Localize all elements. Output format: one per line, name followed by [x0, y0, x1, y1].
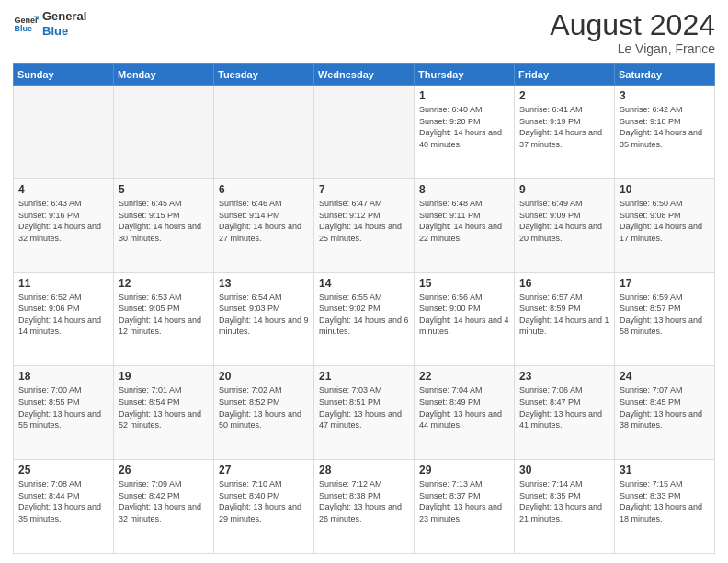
day-number: 5	[119, 183, 209, 196]
col-monday: Monday	[114, 64, 214, 86]
day-number: 13	[219, 277, 309, 290]
day-number: 2	[519, 89, 609, 102]
day-number: 25	[18, 464, 108, 477]
day-number: 21	[319, 370, 409, 383]
day-number: 28	[319, 464, 409, 477]
logo-icon: General Blue	[13, 11, 39, 37]
day-detail: Sunrise: 6:50 AMSunset: 9:08 PMDaylight:…	[620, 198, 710, 244]
day-detail: Sunrise: 6:57 AMSunset: 8:59 PMDaylight:…	[519, 292, 609, 338]
calendar-day: 9Sunrise: 6:49 AMSunset: 9:09 PMDaylight…	[515, 178, 615, 272]
day-detail: Sunrise: 6:43 AMSunset: 9:16 PMDaylight:…	[18, 198, 108, 244]
day-detail: Sunrise: 6:42 AMSunset: 9:18 PMDaylight:…	[620, 104, 710, 150]
day-number: 7	[319, 183, 409, 196]
calendar-day: 27Sunrise: 7:10 AMSunset: 8:40 PMDayligh…	[214, 460, 314, 554]
col-friday: Friday	[515, 64, 615, 86]
title-block: August 2024 Le Vigan, France	[550, 9, 715, 56]
day-number: 19	[119, 370, 209, 383]
calendar-day: 3Sunrise: 6:42 AMSunset: 9:18 PMDaylight…	[615, 86, 715, 179]
calendar-day: 6Sunrise: 6:46 AMSunset: 9:14 PMDaylight…	[214, 178, 314, 272]
col-wednesday: Wednesday	[314, 64, 415, 86]
day-number: 29	[419, 464, 509, 477]
calendar-day	[14, 86, 114, 179]
day-detail: Sunrise: 7:12 AMSunset: 8:38 PMDaylight:…	[319, 478, 409, 524]
day-detail: Sunrise: 7:08 AMSunset: 8:44 PMDaylight:…	[18, 478, 108, 524]
day-detail: Sunrise: 7:09 AMSunset: 8:42 PMDaylight:…	[119, 478, 209, 524]
day-number: 11	[18, 277, 108, 290]
day-number: 27	[219, 464, 309, 477]
calendar-day: 11Sunrise: 6:52 AMSunset: 9:06 PMDayligh…	[14, 272, 114, 366]
calendar-day	[214, 86, 314, 179]
calendar-week-0: 1Sunrise: 6:40 AMSunset: 9:20 PMDaylight…	[14, 86, 715, 179]
calendar-day: 14Sunrise: 6:55 AMSunset: 9:02 PMDayligh…	[314, 272, 415, 366]
day-number: 31	[620, 464, 710, 477]
calendar-day: 10Sunrise: 6:50 AMSunset: 9:08 PMDayligh…	[615, 178, 715, 272]
day-number: 8	[419, 183, 509, 196]
day-number: 3	[620, 89, 710, 102]
day-detail: Sunrise: 6:55 AMSunset: 9:02 PMDaylight:…	[319, 292, 409, 338]
day-detail: Sunrise: 7:13 AMSunset: 8:37 PMDaylight:…	[419, 478, 509, 524]
calendar-week-4: 25Sunrise: 7:08 AMSunset: 8:44 PMDayligh…	[14, 460, 715, 554]
calendar-day: 24Sunrise: 7:07 AMSunset: 8:45 PMDayligh…	[615, 366, 715, 460]
day-number: 20	[219, 370, 309, 383]
calendar-day: 4Sunrise: 6:43 AMSunset: 9:16 PMDaylight…	[14, 178, 114, 272]
page-subtitle: Le Vigan, France	[550, 41, 715, 56]
calendar-table: Sunday Monday Tuesday Wednesday Thursday…	[13, 63, 715, 554]
calendar-day: 31Sunrise: 7:15 AMSunset: 8:33 PMDayligh…	[615, 460, 715, 554]
day-detail: Sunrise: 6:56 AMSunset: 9:00 PMDaylight:…	[419, 292, 509, 338]
calendar-day: 30Sunrise: 7:14 AMSunset: 8:35 PMDayligh…	[515, 460, 615, 554]
calendar-day: 22Sunrise: 7:04 AMSunset: 8:49 PMDayligh…	[415, 366, 515, 460]
day-number: 18	[18, 370, 108, 383]
calendar-week-1: 4Sunrise: 6:43 AMSunset: 9:16 PMDaylight…	[14, 178, 715, 272]
day-detail: Sunrise: 7:01 AMSunset: 8:54 PMDaylight:…	[119, 385, 209, 431]
day-number: 15	[419, 277, 509, 290]
logo-general: General	[42, 9, 86, 24]
day-number: 14	[319, 277, 409, 290]
calendar-day: 29Sunrise: 7:13 AMSunset: 8:37 PMDayligh…	[415, 460, 515, 554]
day-number: 1	[419, 89, 509, 102]
day-number: 22	[419, 370, 509, 383]
day-detail: Sunrise: 7:15 AMSunset: 8:33 PMDaylight:…	[620, 478, 710, 524]
day-number: 12	[119, 277, 209, 290]
calendar-week-3: 18Sunrise: 7:00 AMSunset: 8:55 PMDayligh…	[14, 366, 715, 460]
day-number: 16	[519, 277, 609, 290]
calendar-header-row: Sunday Monday Tuesday Wednesday Thursday…	[14, 64, 715, 86]
calendar-day: 2Sunrise: 6:41 AMSunset: 9:19 PMDaylight…	[515, 86, 615, 179]
day-number: 24	[620, 370, 710, 383]
day-detail: Sunrise: 6:41 AMSunset: 9:19 PMDaylight:…	[519, 104, 609, 150]
day-detail: Sunrise: 7:03 AMSunset: 8:51 PMDaylight:…	[319, 385, 409, 431]
logo-blue: Blue	[42, 24, 86, 39]
day-detail: Sunrise: 6:53 AMSunset: 9:05 PMDaylight:…	[119, 292, 209, 338]
calendar-day: 18Sunrise: 7:00 AMSunset: 8:55 PMDayligh…	[14, 366, 114, 460]
calendar-day: 17Sunrise: 6:59 AMSunset: 8:57 PMDayligh…	[615, 272, 715, 366]
calendar-day: 28Sunrise: 7:12 AMSunset: 8:38 PMDayligh…	[314, 460, 415, 554]
calendar-day: 1Sunrise: 6:40 AMSunset: 9:20 PMDaylight…	[415, 86, 515, 179]
calendar-day	[114, 86, 214, 179]
day-number: 26	[119, 464, 209, 477]
day-detail: Sunrise: 6:48 AMSunset: 9:11 PMDaylight:…	[419, 198, 509, 244]
day-detail: Sunrise: 6:45 AMSunset: 9:15 PMDaylight:…	[119, 198, 209, 244]
day-detail: Sunrise: 6:59 AMSunset: 8:57 PMDaylight:…	[620, 292, 710, 338]
day-detail: Sunrise: 6:46 AMSunset: 9:14 PMDaylight:…	[219, 198, 309, 244]
day-detail: Sunrise: 7:02 AMSunset: 8:52 PMDaylight:…	[219, 385, 309, 431]
calendar-day: 19Sunrise: 7:01 AMSunset: 8:54 PMDayligh…	[114, 366, 214, 460]
calendar-day: 26Sunrise: 7:09 AMSunset: 8:42 PMDayligh…	[114, 460, 214, 554]
page: General Blue General Blue August 2024 Le…	[0, 0, 728, 563]
calendar-day: 5Sunrise: 6:45 AMSunset: 9:15 PMDaylight…	[114, 178, 214, 272]
svg-text:Blue: Blue	[14, 23, 32, 32]
calendar-day: 8Sunrise: 6:48 AMSunset: 9:11 PMDaylight…	[415, 178, 515, 272]
day-number: 9	[519, 183, 609, 196]
calendar-day: 16Sunrise: 6:57 AMSunset: 8:59 PMDayligh…	[515, 272, 615, 366]
page-title: August 2024	[550, 9, 715, 41]
day-detail: Sunrise: 7:07 AMSunset: 8:45 PMDaylight:…	[620, 385, 710, 431]
day-number: 30	[519, 464, 609, 477]
day-detail: Sunrise: 7:06 AMSunset: 8:47 PMDaylight:…	[519, 385, 609, 431]
day-detail: Sunrise: 6:52 AMSunset: 9:06 PMDaylight:…	[18, 292, 108, 338]
day-detail: Sunrise: 6:40 AMSunset: 9:20 PMDaylight:…	[419, 104, 509, 150]
col-thursday: Thursday	[415, 64, 515, 86]
calendar-day: 12Sunrise: 6:53 AMSunset: 9:05 PMDayligh…	[114, 272, 214, 366]
day-detail: Sunrise: 6:49 AMSunset: 9:09 PMDaylight:…	[519, 198, 609, 244]
day-number: 6	[219, 183, 309, 196]
day-detail: Sunrise: 7:10 AMSunset: 8:40 PMDaylight:…	[219, 478, 309, 524]
calendar-day: 15Sunrise: 6:56 AMSunset: 9:00 PMDayligh…	[415, 272, 515, 366]
calendar-day: 23Sunrise: 7:06 AMSunset: 8:47 PMDayligh…	[515, 366, 615, 460]
